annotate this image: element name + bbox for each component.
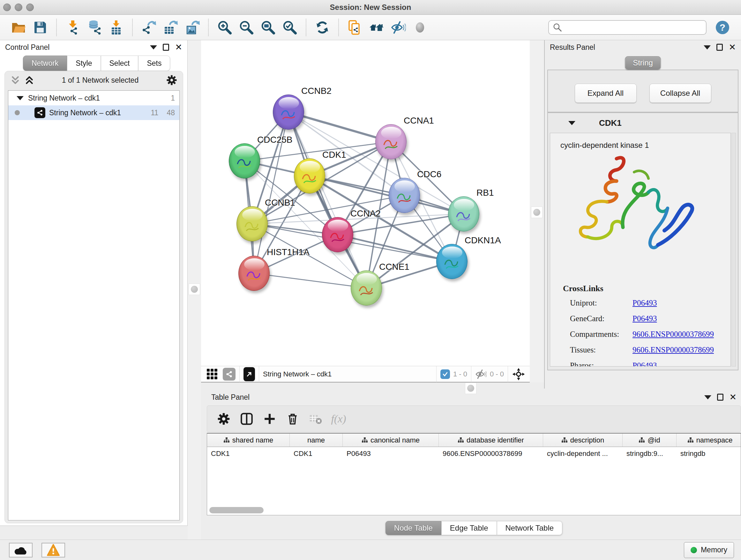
expand-all-networks-icon[interactable] [24, 75, 34, 85]
add-column-icon[interactable] [261, 410, 279, 428]
crosslink-label: Uniprot: [570, 299, 632, 307]
cloud-icon[interactable] [9, 543, 32, 557]
zoom-fit-icon[interactable] [260, 19, 276, 36]
column-header-name[interactable]: name [290, 434, 343, 447]
delete-column-icon[interactable] [284, 410, 301, 428]
panel-float-icon[interactable] [163, 44, 169, 51]
network-options-gear-icon[interactable] [166, 75, 177, 85]
column-header-description[interactable]: description [543, 434, 623, 447]
crosslink-link[interactable]: P06493 [632, 314, 657, 323]
panel-close-icon[interactable]: ✕ [175, 43, 182, 52]
results-scrollbar[interactable] [731, 133, 736, 367]
panel-float-icon[interactable] [717, 394, 724, 401]
grid-view-icon[interactable] [206, 368, 218, 380]
memory-button[interactable]: Memory [684, 542, 734, 558]
network-node-RB1[interactable] [448, 196, 479, 232]
show-columns-icon[interactable] [238, 410, 256, 428]
node-label-RB1: RB1 [476, 188, 494, 198]
panel-close-icon[interactable]: ✕ [729, 43, 736, 52]
crosslink-label: GeneCard: [570, 314, 632, 323]
entry-collapse-icon[interactable] [568, 121, 576, 125]
crosslink-link[interactable]: 9606.ENSP00000378699 [632, 346, 714, 354]
column-header-canonical-name[interactable]: canonical name [343, 434, 439, 447]
crosslink-link[interactable]: P06493 [632, 299, 657, 307]
left-splitter[interactable] [188, 40, 201, 540]
collapse-all-button[interactable]: Collapse All [650, 84, 711, 103]
panel-minimize-icon[interactable] [704, 395, 711, 399]
right-splitter[interactable] [530, 40, 544, 382]
column-tree-icon [687, 437, 694, 443]
network-node-CCNE1[interactable] [351, 270, 382, 306]
tab-edge-table[interactable]: Edge Table [441, 521, 497, 535]
crosslink-link[interactable]: P06493 [632, 361, 657, 367]
save-session-icon[interactable] [32, 19, 49, 36]
network-node-CCNB1[interactable] [237, 206, 268, 241]
warning-icon[interactable] [42, 543, 65, 557]
tab-node-table[interactable]: Node Table [386, 521, 441, 535]
network-node-CCNA1[interactable] [375, 124, 407, 159]
hide-eye-icon[interactable] [390, 19, 407, 36]
network-share-icon[interactable] [223, 368, 235, 381]
zoom-in-icon[interactable] [216, 19, 233, 36]
zoom-selected-icon[interactable] [281, 19, 298, 36]
selected-checkbox[interactable] [441, 369, 450, 379]
crosslink-link[interactable]: 9606.ENSP00000378699 [632, 330, 714, 339]
tab-sets[interactable]: Sets [138, 56, 170, 71]
tab-network[interactable]: Network [23, 56, 67, 71]
collection-expand-icon[interactable] [17, 96, 23, 100]
network-row-selected[interactable]: String Network – cdk1 11 48 [8, 105, 179, 120]
entry-header[interactable]: CDK1 [548, 113, 738, 133]
refresh-icon[interactable] [314, 19, 331, 36]
tab-network-table[interactable]: Network Table [497, 521, 562, 535]
import-table-icon[interactable] [108, 19, 125, 36]
help-icon[interactable]: ? [714, 19, 731, 36]
import-network-database-icon[interactable] [86, 19, 103, 36]
toolbar-separator [208, 19, 209, 36]
fit-content-crosshair-icon[interactable] [512, 368, 525, 381]
panel-float-icon[interactable] [717, 44, 723, 51]
hidden-eye-slash-icon[interactable] [475, 368, 487, 380]
zoom-out-icon[interactable] [238, 19, 255, 36]
column-header-shared-name[interactable]: shared name [207, 434, 290, 447]
network-view: CCNB2CCNA1CDC25BCDK1CDC6RB1CCNB1CCNA2CDK… [201, 40, 530, 382]
network-node-CDKN1A[interactable] [436, 244, 468, 279]
open-in-window-icon[interactable] [244, 367, 255, 381]
network-node-CCNA2[interactable] [322, 217, 353, 252]
export-image-icon[interactable] [184, 19, 200, 36]
network-canvas[interactable]: CCNB2CCNA1CDC25BCDK1CDC6RB1CCNB1CCNA2CDK… [201, 40, 530, 366]
network-node-CDK1[interactable] [294, 159, 325, 193]
export-network-icon[interactable] [140, 19, 157, 36]
search-input[interactable] [565, 21, 702, 34]
column-header-database-identifier[interactable]: database identifier [439, 434, 543, 447]
network-node-CCNB2[interactable] [273, 95, 304, 130]
double-house-icon[interactable] [368, 19, 385, 36]
expand-all-button[interactable]: Expand All [575, 84, 636, 103]
import-network-file-icon[interactable] [64, 19, 81, 36]
tab-string[interactable]: String [625, 56, 661, 70]
collapse-all-networks-icon[interactable] [10, 75, 20, 85]
table-row[interactable]: CDK1CDK1P064939606.ENSP00000378699cyclin… [207, 447, 741, 460]
column-header-namespace[interactable]: namespace [677, 434, 741, 447]
tab-select[interactable]: Select [101, 56, 138, 71]
table-options-gear-icon[interactable] [215, 410, 232, 428]
node-label-CDK1: CDK1 [322, 150, 346, 160]
sphere-icon[interactable] [412, 19, 428, 36]
panel-minimize-icon[interactable] [704, 45, 711, 50]
network-node-CDC25B[interactable] [229, 143, 260, 179]
crosslink-row: Tissues:9606.ENSP00000378699 [563, 346, 714, 354]
network-node-HIST1H1A[interactable] [239, 256, 270, 291]
network-node-CDC6[interactable] [389, 178, 420, 213]
tab-style[interactable]: Style [67, 56, 100, 71]
toolbar-separator [306, 19, 307, 36]
table-horizontal-scrollbar[interactable] [209, 507, 264, 513]
node-label-CCNA2: CCNA2 [350, 208, 381, 219]
copy-pages-icon[interactable] [347, 19, 363, 36]
open-session-icon[interactable] [10, 19, 27, 36]
panel-close-icon[interactable]: ✕ [729, 393, 737, 401]
panel-minimize-icon[interactable] [150, 45, 157, 50]
column-header--id[interactable]: @id [623, 434, 677, 447]
search-box[interactable] [548, 20, 706, 35]
gene-description: cyclin-dependent kinase 1 [560, 141, 731, 150]
export-table-icon[interactable] [162, 19, 179, 36]
network-collection-row[interactable]: String Network – cdk1 1 [8, 91, 179, 105]
